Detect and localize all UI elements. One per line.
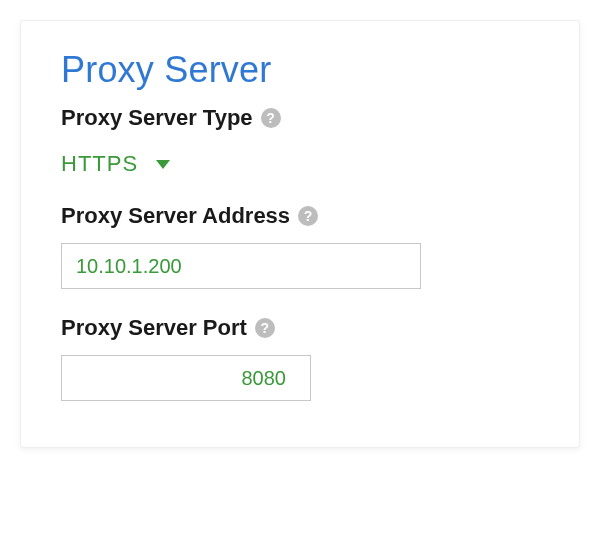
label-proxy-port: Proxy Server Port: [61, 315, 247, 341]
field-label-row-type: Proxy Server Type ?: [61, 105, 539, 131]
help-icon[interactable]: ?: [261, 108, 281, 128]
field-label-row-address: Proxy Server Address ?: [61, 203, 539, 229]
field-label-row-port: Proxy Server Port ?: [61, 315, 539, 341]
field-proxy-type: Proxy Server Type ? HTTPS: [61, 105, 539, 177]
help-icon[interactable]: ?: [298, 206, 318, 226]
field-proxy-port: Proxy Server Port ?: [61, 315, 539, 401]
help-icon[interactable]: ?: [255, 318, 275, 338]
field-proxy-address: Proxy Server Address ?: [61, 203, 539, 289]
proxy-type-dropdown[interactable]: HTTPS: [61, 151, 170, 177]
proxy-address-input[interactable]: [61, 243, 421, 289]
proxy-type-value: HTTPS: [61, 151, 138, 177]
chevron-down-icon: [156, 160, 170, 169]
proxy-server-card: Proxy Server Proxy Server Type ? HTTPS P…: [20, 20, 580, 448]
proxy-port-input[interactable]: [61, 355, 311, 401]
section-title: Proxy Server: [61, 49, 539, 91]
label-proxy-address: Proxy Server Address: [61, 203, 290, 229]
label-proxy-type: Proxy Server Type: [61, 105, 253, 131]
